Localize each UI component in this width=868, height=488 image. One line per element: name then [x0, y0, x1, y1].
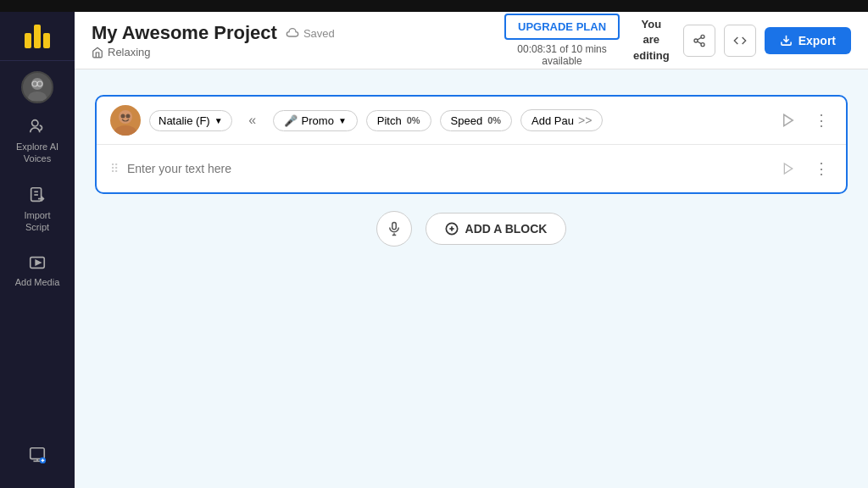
voice-block: Natalie (F) ▼ « 🎤 Promo ▼	[95, 95, 848, 194]
saved-label: Saved	[303, 27, 335, 40]
svg-point-25	[114, 125, 136, 136]
voice-toolbar: Natalie (F) ▼ « 🎤 Promo ▼	[97, 97, 846, 145]
code-icon	[733, 34, 747, 47]
svg-rect-30	[392, 223, 396, 230]
content-area: Natalie (F) ▼ « 🎤 Promo ▼	[75, 69, 868, 488]
svg-line-22	[697, 37, 701, 40]
upgrade-section: UPGRADE PLAN 00:08:31 of 10 mins availab…	[504, 14, 620, 67]
svg-marker-11	[36, 260, 41, 265]
svg-point-19	[694, 39, 698, 42]
speed-button[interactable]: Speed 0%	[440, 110, 513, 131]
chevron-down-icon-2: ▼	[338, 116, 347, 125]
sidebar-label-explore-ai: Explore AI Voices	[16, 141, 58, 165]
user-avatar[interactable]	[21, 71, 53, 103]
drag-handle[interactable]: ⠿	[110, 162, 119, 175]
voice-avatar	[110, 105, 141, 136]
microphone-icon	[387, 221, 402, 236]
style-dropdown[interactable]: 🎤 Promo ▼	[273, 110, 358, 131]
fire-icon: 🎤	[284, 114, 298, 127]
sidebar-item-explore-ai[interactable]: Explore AI Voices	[0, 107, 75, 175]
header: My Awesome Project Saved Relaxing	[75, 12, 868, 69]
project-subtitle: Relaxing	[92, 46, 491, 58]
subtitle-label: Relaxing	[108, 46, 151, 58]
add-pause-label: Add Pau	[531, 114, 574, 127]
header-actions: Export	[683, 25, 851, 57]
upgrade-plan-button[interactable]: UPGRADE PLAN	[504, 14, 620, 40]
saved-badge: Saved	[286, 26, 335, 40]
sidebar-item-import-script[interactable]: Import Script	[0, 175, 75, 244]
top-bar	[0, 0, 868, 12]
more-options-text[interactable]: ⋮	[810, 156, 832, 181]
svg-point-27	[126, 114, 131, 119]
project-info: My Awesome Project Saved Relaxing	[92, 22, 491, 58]
pitch-value: 0%	[407, 115, 420, 125]
svg-marker-29	[784, 164, 792, 174]
svg-point-20	[701, 42, 704, 46]
chevron-down-icon: ▼	[214, 116, 223, 125]
voice-name-dropdown[interactable]: Natalie (F) ▼	[149, 110, 232, 131]
more-options-button[interactable]: ⋮	[810, 108, 832, 133]
play-icon-2	[782, 162, 795, 175]
sidebar-item-bottom[interactable]	[0, 435, 75, 474]
share-button[interactable]	[683, 25, 715, 57]
pitch-label: Pitch	[377, 114, 402, 127]
ellipsis-icon: ⋮	[814, 112, 829, 129]
sidebar: Explore AI Voices Import Script Add Medi…	[0, 12, 75, 488]
add-block-button[interactable]: ADD A BLOCK	[426, 213, 567, 245]
svg-point-26	[121, 114, 125, 119]
code-button[interactable]	[724, 25, 756, 57]
add-pause-button[interactable]: Add Pau >>	[520, 109, 603, 131]
speed-label: Speed	[451, 114, 483, 127]
sidebar-item-add-media[interactable]: Add Media	[0, 243, 75, 297]
export-button[interactable]: Export	[765, 27, 851, 54]
svg-point-5	[32, 120, 38, 126]
sidebar-label-media: Add Media	[15, 277, 60, 287]
project-title: My Awesome Project	[92, 22, 277, 44]
rewind-icon: «	[248, 113, 256, 128]
add-block-row: ADD A BLOCK	[95, 211, 848, 247]
speed-value: 0%	[487, 115, 501, 125]
plus-circle-icon	[445, 222, 459, 236]
logo-bar-3	[43, 33, 50, 48]
cloud-icon	[286, 26, 299, 40]
svg-marker-28	[784, 114, 793, 126]
svg-point-18	[701, 35, 704, 38]
export-label: Export	[798, 34, 836, 47]
share-icon	[693, 34, 706, 47]
logo-icon	[25, 25, 50, 48]
add-block-label: ADD A BLOCK	[465, 222, 548, 236]
svg-point-1	[28, 92, 47, 101]
play-button-small[interactable]	[775, 107, 802, 134]
chevron-right-icon: >>	[578, 114, 592, 127]
microphone-button[interactable]	[376, 211, 412, 247]
sidebar-label-import: Import Script	[24, 209, 50, 234]
download-icon	[780, 34, 793, 47]
main-content: My Awesome Project Saved Relaxing	[75, 12, 868, 488]
ellipsis-icon-2: ⋮	[814, 160, 829, 177]
svg-point-24	[119, 110, 132, 124]
logo	[0, 12, 75, 61]
style-label: Promo	[302, 114, 334, 127]
time-info: 00:08:31 of 10 mins available	[517, 43, 606, 67]
you-are-editing: You are editing	[633, 17, 670, 64]
home-icon	[92, 47, 103, 58]
rewind-button[interactable]: «	[241, 108, 264, 132]
svg-rect-12	[31, 448, 45, 459]
pitch-button[interactable]: Pitch 0%	[366, 110, 431, 131]
logo-bar-1	[25, 33, 31, 48]
play-button-text[interactable]	[775, 155, 802, 182]
play-icon	[781, 113, 796, 128]
text-input[interactable]	[127, 162, 766, 175]
logo-bar-2	[34, 25, 41, 48]
voice-name-label: Natalie (F)	[159, 114, 210, 127]
text-input-row: ⠿ ⋮	[97, 145, 846, 192]
svg-line-21	[697, 42, 701, 44]
